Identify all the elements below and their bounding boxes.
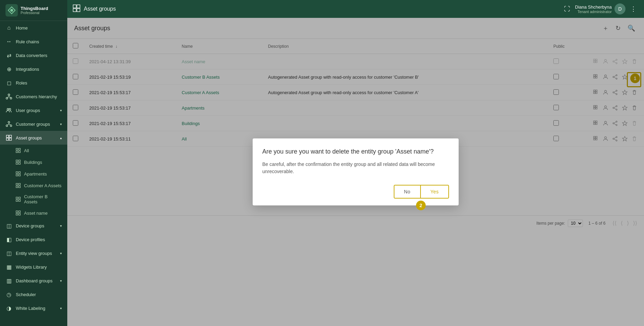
widgets-library-icon: ▦ xyxy=(5,263,12,270)
app-subtitle: Professional xyxy=(21,11,48,15)
topbar: Asset groups ⛶ Diana Shcherbyna Tenant a… xyxy=(67,0,644,18)
data-converters-icon: ⇄ xyxy=(5,52,12,59)
sidebar-item-dashboard-groups[interactable]: ▥ Dashboard groups ▾ xyxy=(0,274,67,288)
svg-rect-38 xyxy=(16,200,18,201)
chevron-down-icon: ▾ xyxy=(60,122,62,126)
sidebar-item-integrations[interactable]: ⊕ Integrations xyxy=(0,62,67,76)
topbar-title: Asset groups xyxy=(84,6,562,12)
sidebar-item-widgets-library[interactable]: ▦ Widgets Library xyxy=(0,260,67,274)
sidebar-item-customers-hierarchy[interactable]: Customers hierarchy xyxy=(0,90,67,103)
sidebar-item-asset-groups[interactable]: Asset groups ▴ xyxy=(0,131,67,145)
sidebar-item-entity-view-groups[interactable]: ◫ Entity view groups ▾ xyxy=(0,246,67,260)
sidebar-item-white-labeling[interactable]: ◑ White Labeling ▾ xyxy=(0,301,67,315)
sidebar-item-user-groups[interactable]: User groups ▾ xyxy=(0,103,67,117)
asset-groups-icon xyxy=(5,134,12,141)
chevron-down-icon: ▾ xyxy=(60,279,62,283)
scheduler-icon: ◷ xyxy=(5,291,12,298)
svg-rect-41 xyxy=(19,211,20,213)
svg-rect-20 xyxy=(16,148,18,150)
svg-rect-35 xyxy=(19,186,20,188)
sidebar-item-device-groups[interactable]: ◫ Device groups ▾ xyxy=(0,219,67,233)
svg-point-12 xyxy=(10,125,12,127)
sidebar-item-data-converters[interactable]: ⇄ Data converters xyxy=(0,48,67,62)
sidebar-sub-item-buildings[interactable]: Buildings xyxy=(0,156,67,168)
sidebar-item-label: White Labeling xyxy=(16,306,59,311)
sidebar-sub-item-all[interactable]: All xyxy=(0,145,67,156)
sub-buildings-icon xyxy=(15,159,21,165)
no-button[interactable]: No xyxy=(394,186,420,198)
step-badge-2: 2 xyxy=(416,201,426,210)
chevron-down-icon: ▾ xyxy=(60,251,62,255)
sidebar-item-label: Customers hierarchy xyxy=(16,94,62,99)
sidebar-item-rule-chains[interactable]: ↔ Rule chains xyxy=(0,35,67,48)
svg-rect-23 xyxy=(19,151,20,153)
svg-rect-36 xyxy=(16,197,18,199)
user-name: Diana Shcherbyna xyxy=(575,4,612,10)
svg-rect-29 xyxy=(19,172,20,173)
sidebar-sub-item-apartments[interactable]: Apartments xyxy=(0,168,67,180)
user-groups-icon xyxy=(5,107,12,114)
device-profiles-icon: ◧ xyxy=(5,236,12,243)
roles-icon: ◻ xyxy=(5,79,12,86)
sidebar-item-label: Data converters xyxy=(16,53,62,58)
svg-rect-24 xyxy=(16,160,18,162)
sidebar-item-label: Dashboard groups xyxy=(16,278,59,283)
svg-rect-27 xyxy=(19,162,20,164)
avatar: D xyxy=(614,3,625,14)
sub-custA-icon xyxy=(15,182,21,189)
svg-point-2 xyxy=(8,94,10,96)
svg-rect-22 xyxy=(16,151,18,153)
sidebar-sub-item-customer-a-assets[interactable]: Customer A Assets xyxy=(0,180,67,191)
dialog-overlay: Are you sure you want to delete the enti… xyxy=(67,18,644,326)
sub-all-icon xyxy=(15,147,21,154)
app-name: ThingsBoard xyxy=(21,6,48,11)
home-icon: ⌂ xyxy=(5,24,12,31)
svg-rect-18 xyxy=(7,138,9,140)
fullscreen-button[interactable]: ⛶ xyxy=(562,3,572,15)
sidebar-sub-item-customer-b-assets[interactable]: Customer B Assets xyxy=(0,191,67,207)
sidebar-item-home[interactable]: ⌂ Home xyxy=(0,21,67,35)
sidebar-item-label: Integrations xyxy=(16,67,62,72)
more-options-button[interactable]: ⋮ xyxy=(628,3,639,15)
sidebar-item-customer-groups[interactable]: Customer groups ▾ xyxy=(0,117,67,131)
content-area: Asset groups ＋ ↻ 🔍 Created time xyxy=(67,18,644,326)
integrations-icon: ⊕ xyxy=(5,66,12,72)
sidebar-item-roles[interactable]: ◻ Roles xyxy=(0,76,67,90)
logo-icon xyxy=(5,4,18,16)
sub-asset-name-icon xyxy=(15,210,21,216)
svg-rect-45 xyxy=(77,5,80,8)
sidebar-item-device-profiles[interactable]: ◧ Device profiles xyxy=(0,233,67,246)
svg-rect-47 xyxy=(77,9,80,12)
sub-item-label: Customer A Assets xyxy=(24,183,61,188)
sidebar-item-label: Device profiles xyxy=(16,237,62,242)
customer-groups-icon xyxy=(5,121,12,127)
svg-point-8 xyxy=(7,109,9,110)
sidebar-sub-item-asset-name[interactable]: Asset name xyxy=(0,207,67,219)
svg-rect-42 xyxy=(16,213,18,215)
sub-custB-icon xyxy=(15,196,21,202)
svg-line-7 xyxy=(9,97,11,98)
svg-point-4 xyxy=(10,98,12,99)
sub-item-label: Apartments xyxy=(24,171,47,177)
dashboard-groups-icon: ▥ xyxy=(5,277,12,284)
logo[interactable]: ThingsBoard Professional xyxy=(0,0,67,21)
svg-point-1 xyxy=(10,9,13,12)
sidebar-item-label: Home xyxy=(16,25,62,31)
yes-button[interactable]: Yes xyxy=(420,186,448,198)
rule-chains-icon: ↔ xyxy=(5,38,12,45)
dialog-body: Be careful, after the confirmation the e… xyxy=(262,161,449,175)
svg-point-3 xyxy=(6,98,8,99)
svg-rect-28 xyxy=(16,172,18,173)
user-info[interactable]: Diana Shcherbyna Tenant administrator D xyxy=(575,3,625,14)
svg-line-14 xyxy=(7,124,9,125)
delete-confirmation-dialog: Are you sure you want to delete the enti… xyxy=(253,138,459,205)
chevron-up-icon: ▴ xyxy=(60,136,62,140)
white-labeling-icon: ◑ xyxy=(5,305,12,312)
svg-point-9 xyxy=(9,109,11,110)
sub-apartments-icon xyxy=(15,171,21,177)
chevron-down-icon: ▾ xyxy=(60,109,62,112)
sidebar-item-label: Customer groups xyxy=(16,122,59,127)
sidebar-item-scheduler[interactable]: ◷ Scheduler xyxy=(0,288,67,301)
svg-point-10 xyxy=(8,122,10,123)
device-groups-icon: ◫ xyxy=(5,222,12,229)
